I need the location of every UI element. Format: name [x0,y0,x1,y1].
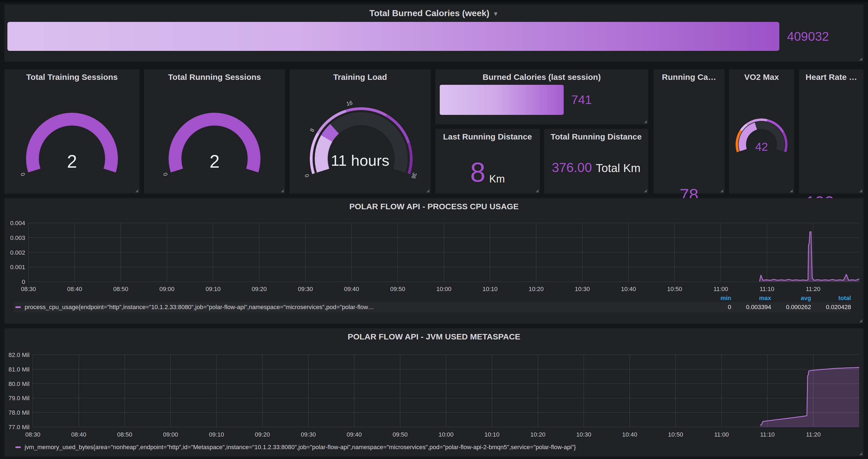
svg-text:09:30: 09:30 [298,286,313,292]
panel-total-running-distance: Total Running Distance 376.00 Total Km [544,129,648,194]
svg-text:09:20: 09:20 [255,431,270,438]
page-top-strip [0,0,868,2]
panel-resize-handle[interactable] [859,58,862,61]
legend-stat-avg: 0.000262 [771,304,811,311]
legend-header-total[interactable]: total [811,295,851,302]
panel-title-text: Last Running Distance [443,132,532,141]
gauge-tick-0: 0 [304,173,310,178]
bar-gauge-fill [440,85,564,115]
panel-resize-handle[interactable] [644,120,647,123]
panel-title-training-sessions[interactable]: Total Training Sessions [4,72,140,82]
svg-text:09:40: 09:40 [347,431,362,438]
svg-text:11:00: 11:00 [713,286,728,292]
svg-text:09:50: 09:50 [390,286,405,292]
panel-process-cpu-usage: POLAR FLOW API - PROCESS CPU USAGE 08:30… [4,198,864,324]
legend-stat-total: 0.020428 [811,304,851,311]
panel-resize-handle[interactable] [644,189,647,192]
panel-total-training-sessions: Total Training Sessions 0 2 [4,69,140,194]
svg-text:09:00: 09:00 [163,431,178,438]
panel-total-burned-calories-week: Total Burned Calories (week)▼ 409032 [4,4,864,62]
svg-text:10:00: 10:00 [438,431,454,438]
svg-text:10:40: 10:40 [621,286,636,292]
panel-resize-handle[interactable] [720,189,723,192]
svg-text:10:10: 10:10 [483,286,497,292]
bar-gauge-last-session: 741 [440,85,643,115]
svg-text:08:40: 08:40 [71,431,86,438]
panel-title-last-running-distance[interactable]: Last Running Distance [435,132,540,141]
svg-text:09:10: 09:10 [206,286,221,292]
series-color-swatch-icon [15,447,21,448]
series-color-swatch-icon [15,306,21,308]
panel-title-heart-rate[interactable]: Heart Rate … [799,72,864,82]
training-sessions-value: 2 [4,152,140,170]
total-distance-value: 376.00 [552,161,592,174]
panel-resize-handle[interactable] [790,189,793,192]
svg-text:09:00: 09:00 [159,286,174,292]
panel-last-running-distance: Last Running Distance 8 Km [435,129,540,194]
training-load-value: 11 hours [289,153,431,168]
svg-text:11:10: 11:10 [760,431,775,438]
panel-menu-caret-icon[interactable]: ▼ [493,10,499,17]
panel-resize-handle[interactable] [426,189,429,192]
metaspace-legend: jvm_memory_used_bytes{area="nonheap",end… [14,442,851,452]
panel-total-running-sessions: Total Running Sessions 0 2 [144,69,285,194]
panel-title-running-sessions[interactable]: Total Running Sessions [144,72,285,82]
svg-text:11:00: 11:00 [714,431,729,438]
panel-title-vo2-max[interactable]: VO2 Max [729,72,794,82]
panel-resize-handle[interactable] [281,189,284,192]
svg-text:10:30: 10:30 [576,431,591,438]
panel-burned-calories-last-session: Burned Calories (last session) 741 [435,69,648,125]
running-sessions-value: 2 [144,152,285,170]
svg-text:0.001: 0.001 [10,264,25,270]
legend-series-cpu[interactable]: process_cpu_usage{endpoint="http",instan… [14,304,691,311]
legend-header-max[interactable]: max [731,295,771,302]
bar-gauge-week-calories: 409032 [7,22,851,51]
svg-text:09:10: 09:10 [209,431,224,438]
svg-text:10:10: 10:10 [484,431,499,438]
cpu-legend: min max avg total process_cpu_usage{endp… [14,294,851,313]
metaspace-plot[interactable]: 08:3008:4008:5009:0009:1009:2009:3009:40… [4,328,864,440]
svg-text:79.0 Mil: 79.0 Mil [8,395,30,401]
svg-text:09:50: 09:50 [393,431,408,438]
panel-title-text: Total Running Distance [551,132,642,141]
legend-header-avg[interactable]: avg [771,295,811,302]
svg-text:82.0 Mil: 82.0 Mil [8,352,30,358]
legend-series-name: jvm_memory_used_bytes{area="nonheap",end… [25,444,576,451]
svg-text:80.0 Mil: 80.0 Mil [8,381,30,387]
panel-running-cadence: Running Ca… 78 steps/min [653,69,724,194]
panel-resize-handle[interactable] [135,189,138,192]
panel-title-text: VO2 Max [744,72,779,81]
gauge-tick-36: 36 [410,172,418,179]
bar-gauge-value: 741 [571,93,592,107]
svg-text:09:30: 09:30 [301,431,316,438]
svg-text:81.0 Mil: 81.0 Mil [8,366,30,373]
panel-title-training-load[interactable]: Training Load [289,72,431,82]
svg-text:10:50: 10:50 [668,431,683,438]
panel-resize-handle[interactable] [859,452,862,455]
svg-text:08:40: 08:40 [67,286,82,292]
gauge-min-label: 0 [162,172,169,176]
panel-title-total-running-distance[interactable]: Total Running Distance [544,132,648,141]
panel-resize-handle[interactable] [859,189,862,192]
svg-text:08:30: 08:30 [21,286,36,292]
svg-text:11:20: 11:20 [806,286,820,292]
panel-training-load: Training Load 0 8 16 36 11 hours [289,69,431,194]
panel-title-text: Running Ca… [662,72,716,81]
svg-text:08:30: 08:30 [25,431,40,438]
svg-text:11:10: 11:10 [760,286,774,292]
legend-series-metaspace[interactable]: jvm_memory_used_bytes{area="nonheap",end… [14,444,851,451]
svg-text:78.0 Mil: 78.0 Mil [8,409,30,416]
panel-title-text: Training Load [333,72,387,81]
panel-resize-handle[interactable] [535,189,538,192]
legend-stat-min: 0 [691,304,731,311]
panel-title-burned-calories[interactable]: Burned Calories (last session) [435,72,648,82]
last-distance-value: 8 [470,158,486,186]
cpu-usage-plot[interactable]: 08:3008:4008:5009:0009:1009:2009:3009:40… [4,198,864,294]
bar-gauge-fill [7,22,779,51]
total-distance-unit: Total Km [596,162,640,174]
legend-header-min[interactable]: min [691,295,731,302]
panel-resize-handle[interactable] [859,319,862,322]
panel-title-total-burned-calories[interactable]: Total Burned Calories (week)▼ [4,8,864,18]
gauge-tick-8: 8 [309,127,315,133]
panel-title-running-cadence[interactable]: Running Ca… [653,72,724,82]
